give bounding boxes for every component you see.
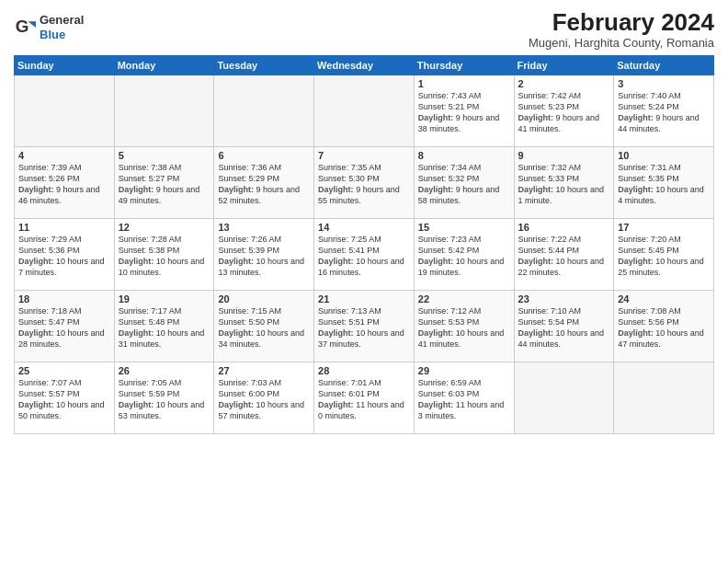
logo-text: General Blue: [40, 13, 84, 41]
calendar-cell: 8Sunrise: 7:34 AMSunset: 5:32 PMDaylight…: [414, 146, 514, 218]
calendar-cell: 26Sunrise: 7:05 AMSunset: 5:59 PMDayligh…: [114, 362, 214, 433]
calendar-cell: 29Sunrise: 6:59 AMSunset: 6:03 PMDayligh…: [414, 362, 514, 433]
calendar-cell: [214, 75, 314, 146]
calendar-cell: [314, 75, 415, 146]
day-info: Sunrise: 7:31 AMSunset: 5:35 PMDaylight:…: [618, 162, 710, 207]
calendar-cell: 15Sunrise: 7:23 AMSunset: 5:42 PMDayligh…: [414, 218, 514, 290]
day-number: 27: [218, 365, 310, 376]
day-info: Sunrise: 7:15 AMSunset: 5:50 PMDaylight:…: [218, 305, 310, 350]
day-number: 1: [418, 78, 510, 89]
calendar-cell: 14Sunrise: 7:25 AMSunset: 5:41 PMDayligh…: [314, 218, 415, 290]
weekday-friday: Friday: [514, 55, 614, 75]
calendar-cell: 11Sunrise: 7:29 AMSunset: 5:36 PMDayligh…: [15, 218, 115, 290]
day-info: Sunrise: 7:05 AMSunset: 5:59 PMDaylight:…: [119, 377, 210, 422]
day-info: Sunrise: 7:40 AMSunset: 5:24 PMDaylight:…: [618, 90, 710, 135]
calendar: SundayMondayTuesdayWednesdayThursdayFrid…: [14, 55, 714, 434]
calendar-cell: 27Sunrise: 7:03 AMSunset: 6:00 PMDayligh…: [214, 362, 314, 433]
day-info: Sunrise: 7:01 AMSunset: 6:01 PMDaylight:…: [318, 377, 410, 422]
weekday-wednesday: Wednesday: [314, 55, 415, 75]
day-number: 6: [218, 150, 310, 161]
calendar-cell: [15, 75, 115, 146]
day-info: Sunrise: 7:26 AMSunset: 5:39 PMDaylight:…: [218, 234, 310, 279]
calendar-cell: 17Sunrise: 7:20 AMSunset: 5:45 PMDayligh…: [614, 218, 714, 290]
calendar-cell: 12Sunrise: 7:28 AMSunset: 5:38 PMDayligh…: [114, 218, 214, 290]
day-info: Sunrise: 7:07 AMSunset: 5:57 PMDaylight:…: [18, 377, 110, 422]
calendar-cell: 4Sunrise: 7:39 AMSunset: 5:26 PMDaylight…: [15, 146, 115, 218]
day-number: 19: [119, 293, 210, 304]
day-number: 9: [518, 150, 610, 161]
day-number: 28: [318, 365, 410, 376]
day-info: Sunrise: 7:38 AMSunset: 5:27 PMDaylight:…: [119, 162, 210, 207]
calendar-cell: 20Sunrise: 7:15 AMSunset: 5:50 PMDayligh…: [214, 290, 314, 362]
week-row-1: 4Sunrise: 7:39 AMSunset: 5:26 PMDaylight…: [15, 146, 714, 218]
calendar-cell: 10Sunrise: 7:31 AMSunset: 5:35 PMDayligh…: [614, 146, 714, 218]
calendar-cell: 9Sunrise: 7:32 AMSunset: 5:33 PMDaylight…: [514, 146, 614, 218]
day-number: 12: [119, 222, 210, 233]
day-number: 14: [318, 222, 410, 233]
month-year: February 2024: [529, 9, 714, 36]
week-row-3: 18Sunrise: 7:18 AMSunset: 5:47 PMDayligh…: [15, 290, 714, 362]
week-row-4: 25Sunrise: 7:07 AMSunset: 5:57 PMDayligh…: [15, 362, 714, 433]
day-info: Sunrise: 7:13 AMSunset: 5:51 PMDaylight:…: [318, 305, 410, 350]
calendar-cell: 5Sunrise: 7:38 AMSunset: 5:27 PMDaylight…: [114, 146, 214, 218]
weekday-sunday: Sunday: [15, 55, 115, 75]
day-number: 24: [618, 293, 710, 304]
logo: G General Blue: [14, 13, 84, 41]
calendar-cell: [514, 362, 614, 433]
calendar-cell: 6Sunrise: 7:36 AMSunset: 5:29 PMDaylight…: [214, 146, 314, 218]
day-number: 8: [418, 150, 510, 161]
day-number: 7: [318, 150, 410, 161]
day-info: Sunrise: 7:22 AMSunset: 5:44 PMDaylight:…: [518, 234, 610, 279]
day-info: Sunrise: 7:34 AMSunset: 5:32 PMDaylight:…: [418, 162, 510, 207]
day-number: 25: [18, 365, 110, 376]
week-row-2: 11Sunrise: 7:29 AMSunset: 5:36 PMDayligh…: [15, 218, 714, 290]
day-info: Sunrise: 7:32 AMSunset: 5:33 PMDaylight:…: [518, 162, 610, 207]
day-info: Sunrise: 7:25 AMSunset: 5:41 PMDaylight:…: [318, 234, 410, 279]
logo-icon: G: [14, 17, 36, 39]
day-info: Sunrise: 7:18 AMSunset: 5:47 PMDaylight:…: [18, 305, 110, 350]
day-number: 23: [518, 293, 610, 304]
calendar-cell: [114, 75, 214, 146]
day-number: 21: [318, 293, 410, 304]
svg-marker-1: [28, 21, 36, 28]
calendar-cell: 25Sunrise: 7:07 AMSunset: 5:57 PMDayligh…: [15, 362, 115, 433]
day-number: 26: [119, 365, 210, 376]
day-info: Sunrise: 7:43 AMSunset: 5:21 PMDaylight:…: [418, 90, 510, 135]
calendar-cell: 18Sunrise: 7:18 AMSunset: 5:47 PMDayligh…: [15, 290, 115, 362]
calendar-cell: [614, 362, 714, 433]
day-info: Sunrise: 7:35 AMSunset: 5:30 PMDaylight:…: [318, 162, 410, 207]
day-info: Sunrise: 7:39 AMSunset: 5:26 PMDaylight:…: [18, 162, 110, 207]
calendar-cell: 22Sunrise: 7:12 AMSunset: 5:53 PMDayligh…: [414, 290, 514, 362]
calendar-cell: 23Sunrise: 7:10 AMSunset: 5:54 PMDayligh…: [514, 290, 614, 362]
logo-general: General: [40, 13, 84, 27]
calendar-cell: 19Sunrise: 7:17 AMSunset: 5:48 PMDayligh…: [114, 290, 214, 362]
calendar-cell: 16Sunrise: 7:22 AMSunset: 5:44 PMDayligh…: [514, 218, 614, 290]
calendar-cell: 2Sunrise: 7:42 AMSunset: 5:23 PMDaylight…: [514, 75, 614, 146]
logo-blue: Blue: [40, 28, 65, 41]
calendar-cell: 24Sunrise: 7:08 AMSunset: 5:56 PMDayligh…: [614, 290, 714, 362]
day-number: 20: [218, 293, 310, 304]
day-number: 16: [518, 222, 610, 233]
svg-text:G: G: [16, 17, 29, 36]
day-number: 2: [518, 78, 610, 89]
location: Mugeni, Harghita County, Romania: [529, 36, 714, 50]
day-info: Sunrise: 7:29 AMSunset: 5:36 PMDaylight:…: [18, 234, 110, 279]
day-number: 3: [618, 78, 710, 89]
day-number: 10: [618, 150, 710, 161]
day-info: Sunrise: 7:03 AMSunset: 6:00 PMDaylight:…: [218, 377, 310, 422]
day-info: Sunrise: 7:17 AMSunset: 5:48 PMDaylight:…: [119, 305, 210, 350]
day-info: Sunrise: 7:28 AMSunset: 5:38 PMDaylight:…: [119, 234, 210, 279]
page-header: G General Blue February 2024 Mugeni, Har…: [14, 9, 714, 50]
day-info: Sunrise: 7:10 AMSunset: 5:54 PMDaylight:…: [518, 305, 610, 350]
calendar-cell: 13Sunrise: 7:26 AMSunset: 5:39 PMDayligh…: [214, 218, 314, 290]
weekday-thursday: Thursday: [414, 55, 514, 75]
day-number: 18: [18, 293, 110, 304]
day-number: 29: [418, 365, 510, 376]
day-number: 4: [18, 150, 110, 161]
calendar-cell: 7Sunrise: 7:35 AMSunset: 5:30 PMDaylight…: [314, 146, 415, 218]
week-row-0: 1Sunrise: 7:43 AMSunset: 5:21 PMDaylight…: [15, 75, 714, 146]
weekday-monday: Monday: [114, 55, 214, 75]
day-info: Sunrise: 7:12 AMSunset: 5:53 PMDaylight:…: [418, 305, 510, 350]
day-info: Sunrise: 7:42 AMSunset: 5:23 PMDaylight:…: [518, 90, 610, 135]
day-number: 11: [18, 222, 110, 233]
